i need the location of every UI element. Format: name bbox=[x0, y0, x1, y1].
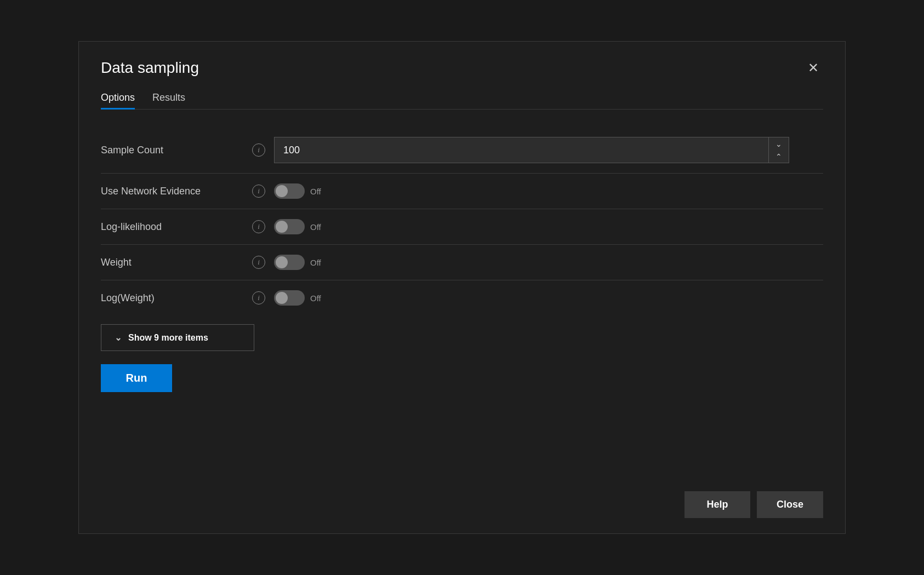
tab-options[interactable]: Options bbox=[101, 92, 135, 110]
chevron-down-icon: ⌄ bbox=[115, 332, 122, 343]
log-weight-info-icon[interactable]: i bbox=[252, 291, 265, 304]
toggle-thumb bbox=[276, 185, 288, 197]
log-likelihood-toggle-label: Off bbox=[310, 222, 321, 232]
sample-count-info-icon[interactable]: i bbox=[252, 143, 265, 157]
spinner-up-button[interactable]: ⌃ bbox=[769, 150, 789, 163]
use-network-evidence-label: Use Network Evidence bbox=[101, 186, 243, 197]
weight-row: Weight i Off bbox=[101, 245, 823, 280]
weight-info-icon[interactable]: i bbox=[252, 256, 265, 269]
sample-count-spinner: ⌄ ⌃ bbox=[274, 137, 789, 163]
help-button[interactable]: Help bbox=[685, 491, 750, 518]
toggle-thumb-3 bbox=[276, 256, 288, 268]
log-weight-row: Log(Weight) i Off bbox=[101, 280, 823, 315]
use-network-evidence-toggle-label: Off bbox=[310, 187, 321, 196]
log-likelihood-label: Log-likelihood bbox=[101, 221, 243, 233]
weight-label: Weight bbox=[101, 257, 243, 268]
spinner-down-button[interactable]: ⌄ bbox=[769, 137, 789, 150]
dialog-title: Data sampling bbox=[101, 59, 199, 77]
data-sampling-dialog: Data sampling ✕ Options Results Sample C… bbox=[78, 41, 846, 534]
options-content: Sample Count i ⌄ ⌃ Use Network Evidence … bbox=[101, 127, 823, 482]
use-network-evidence-info-icon[interactable]: i bbox=[252, 185, 265, 198]
toggle-track-2 bbox=[274, 219, 305, 234]
sample-count-row: Sample Count i ⌄ ⌃ bbox=[101, 127, 823, 173]
dialog-footer: Help Close bbox=[101, 482, 823, 518]
spinner-arrows: ⌄ ⌃ bbox=[768, 137, 789, 163]
log-likelihood-toggle[interactable]: Off bbox=[274, 219, 321, 234]
log-likelihood-info-icon[interactable]: i bbox=[252, 220, 265, 233]
toggle-track-3 bbox=[274, 255, 305, 270]
log-likelihood-row: Log-likelihood i Off bbox=[101, 209, 823, 244]
tab-bar: Options Results bbox=[101, 92, 823, 110]
log-weight-toggle-label: Off bbox=[310, 294, 321, 303]
toggle-track bbox=[274, 183, 305, 199]
sample-count-label: Sample Count bbox=[101, 145, 243, 156]
toggle-thumb-4 bbox=[276, 292, 288, 304]
show-more-label: Show 9 more items bbox=[128, 333, 208, 343]
show-more-items-button[interactable]: ⌄ Show 9 more items bbox=[101, 324, 254, 351]
toggle-thumb-2 bbox=[276, 221, 288, 233]
log-weight-toggle[interactable]: Off bbox=[274, 290, 321, 306]
run-button[interactable]: Run bbox=[101, 364, 172, 392]
use-network-evidence-toggle[interactable]: Off bbox=[274, 183, 321, 199]
weight-toggle-label: Off bbox=[310, 258, 321, 267]
log-weight-label: Log(Weight) bbox=[101, 292, 243, 304]
weight-toggle[interactable]: Off bbox=[274, 255, 321, 270]
sample-count-input[interactable] bbox=[275, 145, 768, 156]
dialog-close-button[interactable]: ✕ bbox=[803, 59, 823, 77]
dialog-header: Data sampling ✕ bbox=[101, 59, 823, 77]
use-network-evidence-row: Use Network Evidence i Off bbox=[101, 174, 823, 209]
close-button[interactable]: Close bbox=[757, 491, 823, 518]
toggle-track-4 bbox=[274, 290, 305, 306]
tab-results[interactable]: Results bbox=[152, 92, 185, 110]
